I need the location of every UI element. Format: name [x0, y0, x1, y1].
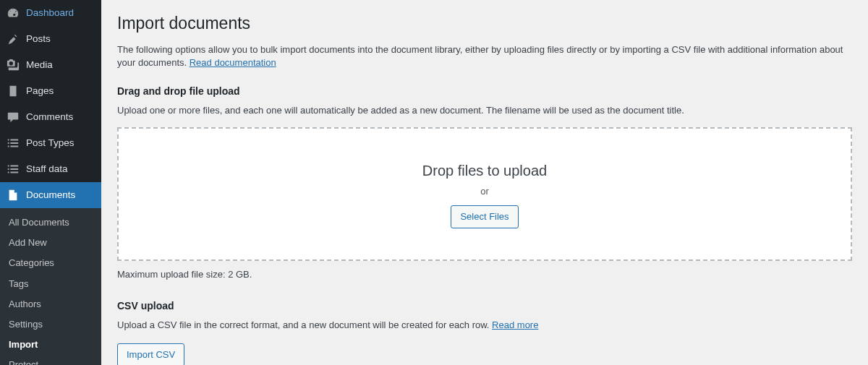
- main-content: Import documents The following options a…: [101, 0, 868, 365]
- csv-description-text: Upload a CSV file in the correct format,…: [117, 319, 492, 330]
- sidebar-item-label: Comments: [26, 111, 73, 124]
- submenu-item-authors[interactable]: Authors: [0, 294, 101, 314]
- sidebar-item-comments[interactable]: Comments: [0, 104, 101, 130]
- sidebar-item-dashboard[interactable]: Dashboard: [0, 0, 101, 26]
- dropzone-title: Drop files to upload: [422, 160, 547, 181]
- sidebar-item-label: Media: [26, 59, 53, 72]
- file-dropzone[interactable]: Drop files to upload or Select Files: [117, 127, 852, 261]
- max-upload-size: Maximum upload file size: 2 GB.: [117, 268, 852, 281]
- pin-icon: [6, 32, 20, 46]
- submenu-item-tags[interactable]: Tags: [0, 274, 101, 294]
- list-icon: [6, 136, 20, 150]
- sidebar-item-label: Post Types: [26, 137, 75, 150]
- sidebar-item-pages[interactable]: Pages: [0, 78, 101, 104]
- sidebar-item-staff-data[interactable]: Staff data: [0, 156, 101, 182]
- csv-upload-heading: CSV upload: [117, 299, 852, 314]
- admin-sidebar: Dashboard Posts Media Pages Comments Pos…: [0, 0, 101, 365]
- csv-description: Upload a CSV file in the correct format,…: [117, 319, 852, 332]
- drag-drop-heading: Drag and drop file upload: [117, 85, 852, 99]
- pages-icon: [6, 84, 20, 98]
- sidebar-item-label: Documents: [26, 189, 75, 202]
- media-icon: [6, 58, 20, 72]
- sidebar-item-label: Dashboard: [26, 7, 74, 20]
- submenu-documents: All Documents Add New Categories Tags Au…: [0, 208, 101, 365]
- submenu-item-import[interactable]: Import: [0, 335, 101, 355]
- drag-drop-description: Upload one or more files, and each one w…: [117, 104, 852, 117]
- import-csv-button[interactable]: Import CSV: [117, 343, 184, 365]
- intro-paragraph: The following options allow you to bulk …: [117, 43, 852, 69]
- sidebar-item-media[interactable]: Media: [0, 52, 101, 78]
- document-icon: [6, 188, 20, 202]
- sidebar-item-label: Posts: [26, 33, 51, 46]
- sidebar-item-documents[interactable]: Documents: [0, 182, 101, 208]
- read-documentation-link[interactable]: Read documentation: [190, 57, 276, 68]
- submenu-item-protect[interactable]: Protect: [0, 355, 101, 365]
- select-files-button[interactable]: Select Files: [451, 205, 518, 228]
- sidebar-item-label: Staff data: [26, 163, 68, 176]
- sidebar-item-post-types[interactable]: Post Types: [0, 130, 101, 156]
- submenu-item-settings[interactable]: Settings: [0, 314, 101, 335]
- page-title: Import documents: [117, 12, 852, 35]
- list-icon: [6, 162, 20, 176]
- csv-read-more-link[interactable]: Read more: [492, 319, 538, 330]
- comments-icon: [6, 110, 20, 124]
- dashboard-icon: [6, 6, 20, 20]
- sidebar-item-label: Pages: [26, 85, 54, 98]
- dropzone-or: or: [480, 185, 489, 198]
- submenu-item-add-new[interactable]: Add New: [0, 233, 101, 253]
- submenu-item-all-documents[interactable]: All Documents: [0, 212, 101, 233]
- sidebar-item-posts[interactable]: Posts: [0, 26, 101, 52]
- submenu-item-categories[interactable]: Categories: [0, 253, 101, 273]
